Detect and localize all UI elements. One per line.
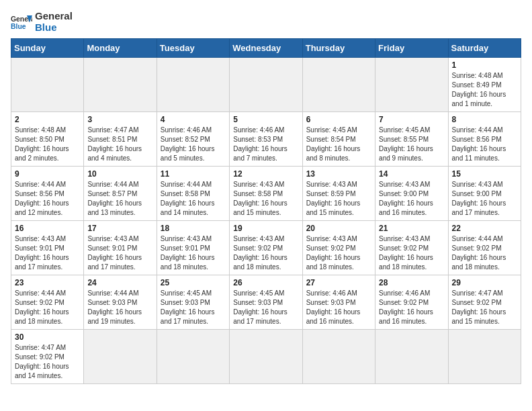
day-info: Sunrise: 4:44 AM Sunset: 8:58 PM Dayligh… — [161, 180, 226, 218]
day-info: Sunrise: 4:47 AM Sunset: 9:02 PM Dayligh… — [452, 289, 517, 326]
calendar-cell: 14Sunrise: 4:43 AM Sunset: 9:00 PM Dayli… — [375, 167, 448, 221]
day-info: Sunrise: 4:43 AM Sunset: 9:02 PM Dayligh… — [306, 234, 371, 272]
day-number: 18 — [161, 224, 226, 233]
weekday-header-sunday: Sunday — [11, 39, 84, 58]
day-number: 25 — [161, 278, 226, 287]
calendar-cell: 26Sunrise: 4:45 AM Sunset: 9:03 PM Dayli… — [230, 275, 302, 330]
day-number: 1 — [452, 60, 517, 70]
calendar-cell: 15Sunrise: 4:43 AM Sunset: 9:00 PM Dayli… — [448, 167, 521, 221]
day-info: Sunrise: 4:43 AM Sunset: 9:00 PM Dayligh… — [379, 180, 444, 218]
weekday-header-saturday: Saturday — [448, 39, 521, 58]
weekday-header-thursday: Thursday — [302, 39, 375, 58]
calendar-cell: 5Sunrise: 4:46 AM Sunset: 8:53 PM Daylig… — [230, 112, 302, 167]
calendar-cell: 16Sunrise: 4:43 AM Sunset: 9:01 PM Dayli… — [11, 221, 84, 275]
day-number: 23 — [15, 278, 80, 287]
calendar-cell — [375, 58, 448, 112]
day-info: Sunrise: 4:43 AM Sunset: 9:00 PM Dayligh… — [452, 180, 517, 218]
day-number: 3 — [87, 115, 152, 124]
calendar-cell: 18Sunrise: 4:43 AM Sunset: 9:01 PM Dayli… — [157, 221, 229, 275]
calendar-cell — [11, 58, 84, 112]
calendar-cell — [230, 58, 302, 112]
calendar-cell — [157, 330, 229, 384]
day-info: Sunrise: 4:43 AM Sunset: 9:01 PM Dayligh… — [161, 234, 226, 272]
day-info: Sunrise: 4:46 AM Sunset: 8:53 PM Dayligh… — [233, 126, 298, 163]
calendar-cell: 1Sunrise: 4:48 AM Sunset: 8:49 PM Daylig… — [448, 58, 521, 112]
calendar-cell: 25Sunrise: 4:45 AM Sunset: 9:03 PM Dayli… — [157, 275, 229, 330]
calendar-cell: 20Sunrise: 4:43 AM Sunset: 9:02 PM Dayli… — [302, 221, 375, 275]
day-info: Sunrise: 4:44 AM Sunset: 8:57 PM Dayligh… — [87, 180, 152, 218]
day-number: 22 — [452, 224, 517, 233]
day-info: Sunrise: 4:48 AM Sunset: 8:50 PM Dayligh… — [15, 126, 80, 163]
calendar-cell: 4Sunrise: 4:46 AM Sunset: 8:52 PM Daylig… — [157, 112, 229, 167]
header: General Blue General Blue — [11, 11, 521, 33]
calendar-cell: 12Sunrise: 4:43 AM Sunset: 8:58 PM Dayli… — [230, 167, 302, 221]
calendar-cell — [84, 330, 157, 384]
svg-text:Blue: Blue — [11, 23, 26, 30]
day-number: 26 — [233, 278, 298, 287]
calendar-cell — [302, 58, 375, 112]
calendar-cell: 13Sunrise: 4:43 AM Sunset: 8:59 PM Dayli… — [302, 167, 375, 221]
logo: General Blue General Blue — [11, 11, 73, 33]
calendar-cell: 2Sunrise: 4:48 AM Sunset: 8:50 PM Daylig… — [11, 112, 84, 167]
calendar-cell: 17Sunrise: 4:43 AM Sunset: 9:01 PM Dayli… — [84, 221, 157, 275]
weekday-header-friday: Friday — [375, 39, 448, 58]
day-number: 19 — [233, 224, 298, 233]
day-number: 29 — [452, 278, 517, 287]
day-number: 2 — [15, 115, 80, 124]
day-number: 24 — [87, 278, 152, 287]
calendar-cell: 30Sunrise: 4:47 AM Sunset: 9:02 PM Dayli… — [11, 330, 84, 384]
calendar-cell: 22Sunrise: 4:44 AM Sunset: 9:02 PM Dayli… — [448, 221, 521, 275]
weekday-header-tuesday: Tuesday — [157, 39, 229, 58]
day-number: 4 — [161, 115, 226, 124]
calendar-cell: 11Sunrise: 4:44 AM Sunset: 8:58 PM Dayli… — [157, 167, 229, 221]
day-info: Sunrise: 4:46 AM Sunset: 9:03 PM Dayligh… — [306, 289, 371, 326]
day-info: Sunrise: 4:43 AM Sunset: 8:59 PM Dayligh… — [306, 180, 371, 218]
calendar-cell: 29Sunrise: 4:47 AM Sunset: 9:02 PM Dayli… — [448, 275, 521, 330]
calendar-cell: 19Sunrise: 4:43 AM Sunset: 9:02 PM Dayli… — [230, 221, 302, 275]
day-number: 17 — [87, 224, 152, 233]
calendar-cell — [230, 330, 302, 384]
day-number: 20 — [306, 224, 371, 233]
calendar-cell: 9Sunrise: 4:44 AM Sunset: 8:56 PM Daylig… — [11, 167, 84, 221]
day-info: Sunrise: 4:43 AM Sunset: 9:02 PM Dayligh… — [379, 234, 444, 272]
weekday-header-wednesday: Wednesday — [230, 39, 302, 58]
day-info: Sunrise: 4:44 AM Sunset: 8:56 PM Dayligh… — [15, 180, 80, 218]
day-info: Sunrise: 4:44 AM Sunset: 9:02 PM Dayligh… — [452, 234, 517, 272]
day-number: 7 — [379, 115, 444, 124]
day-info: Sunrise: 4:48 AM Sunset: 8:49 PM Dayligh… — [452, 71, 517, 109]
calendar-cell — [375, 330, 448, 384]
calendar-cell: 27Sunrise: 4:46 AM Sunset: 9:03 PM Dayli… — [302, 275, 375, 330]
day-info: Sunrise: 4:45 AM Sunset: 8:54 PM Dayligh… — [306, 126, 371, 163]
calendar-cell — [84, 58, 157, 112]
calendar-cell: 7Sunrise: 4:45 AM Sunset: 8:55 PM Daylig… — [375, 112, 448, 167]
day-info: Sunrise: 4:45 AM Sunset: 9:03 PM Dayligh… — [161, 289, 226, 326]
calendar-cell: 10Sunrise: 4:44 AM Sunset: 8:57 PM Dayli… — [84, 167, 157, 221]
day-number: 12 — [233, 169, 298, 179]
calendar-cell: 6Sunrise: 4:45 AM Sunset: 8:54 PM Daylig… — [302, 112, 375, 167]
calendar-cell: 24Sunrise: 4:44 AM Sunset: 9:03 PM Dayli… — [84, 275, 157, 330]
calendar-cell — [448, 330, 521, 384]
calendar-cell: 28Sunrise: 4:46 AM Sunset: 9:02 PM Dayli… — [375, 275, 448, 330]
day-number: 15 — [452, 169, 517, 179]
day-info: Sunrise: 4:44 AM Sunset: 9:03 PM Dayligh… — [87, 289, 152, 326]
day-number: 27 — [306, 278, 371, 287]
day-number: 14 — [379, 169, 444, 179]
calendar-cell: 3Sunrise: 4:47 AM Sunset: 8:51 PM Daylig… — [84, 112, 157, 167]
day-info: Sunrise: 4:46 AM Sunset: 9:02 PM Dayligh… — [379, 289, 444, 326]
day-info: Sunrise: 4:45 AM Sunset: 8:55 PM Dayligh… — [379, 126, 444, 163]
day-number: 10 — [87, 169, 152, 179]
calendar-cell: 8Sunrise: 4:44 AM Sunset: 8:56 PM Daylig… — [448, 112, 521, 167]
day-info: Sunrise: 4:46 AM Sunset: 8:52 PM Dayligh… — [161, 126, 226, 163]
day-number: 9 — [15, 169, 80, 179]
calendar-cell: 23Sunrise: 4:44 AM Sunset: 9:02 PM Dayli… — [11, 275, 84, 330]
day-number: 30 — [15, 332, 80, 342]
day-info: Sunrise: 4:43 AM Sunset: 9:01 PM Dayligh… — [87, 234, 152, 272]
day-number: 28 — [379, 278, 444, 287]
weekday-header-monday: Monday — [84, 39, 157, 58]
day-info: Sunrise: 4:47 AM Sunset: 9:02 PM Dayligh… — [15, 343, 80, 381]
day-info: Sunrise: 4:45 AM Sunset: 9:03 PM Dayligh… — [233, 289, 298, 326]
day-number: 8 — [452, 115, 517, 124]
day-number: 21 — [379, 224, 444, 233]
calendar-table: SundayMondayTuesdayWednesdayThursdayFrid… — [11, 38, 521, 384]
calendar-cell: 21Sunrise: 4:43 AM Sunset: 9:02 PM Dayli… — [375, 221, 448, 275]
